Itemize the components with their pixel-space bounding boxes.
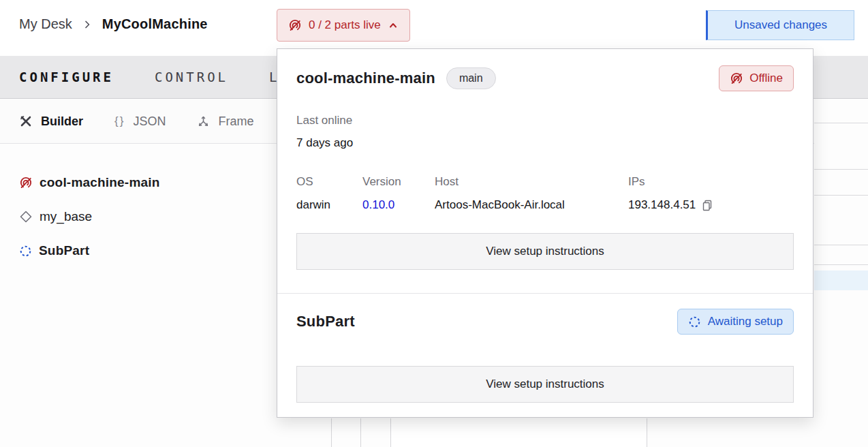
subtab-frame[interactable]: Frame — [197, 114, 253, 129]
offline-icon — [19, 176, 33, 189]
last-online-value: 7 days ago — [296, 135, 794, 151]
offline-status-label: Offline — [749, 72, 783, 85]
machine-page: My Desk MyCoolMachine 0 / 2 parts live U… — [0, 0, 868, 447]
main-part-badge: main — [446, 67, 496, 89]
machine-name-title: MyCoolMachine — [102, 16, 208, 32]
subtab-builder[interactable]: Builder — [19, 114, 83, 129]
bg-card-edge — [390, 418, 391, 447]
part-info-table: OS darwin Version 0.10.0 Host Artoos-Mac… — [296, 174, 794, 213]
offline-icon — [288, 18, 302, 32]
unsaved-changes-label: Unsaved changes — [734, 18, 827, 32]
frame-axes-icon — [197, 115, 210, 128]
parts-status-panel: cool-machine-main main Offline Last onli… — [277, 48, 813, 418]
awaiting-setup-badge: Awaiting setup — [677, 309, 794, 335]
host-column-header: Host — [435, 174, 628, 189]
sidebar-item-label: SubPart — [39, 243, 89, 258]
bg-card-edge — [647, 418, 647, 447]
bg-row-divider — [814, 169, 868, 170]
view-setup-instructions-button[interactable]: View setup instructions — [296, 366, 794, 403]
breadcrumb-parent-link[interactable]: My Desk — [19, 16, 72, 32]
bg-card-edge — [360, 418, 361, 447]
unsaved-changes-button[interactable]: Unsaved changes — [706, 10, 854, 40]
awaiting-setup-label: Awaiting setup — [708, 315, 783, 328]
view-setup-instructions-button[interactable]: View setup instructions — [296, 233, 794, 270]
bg-row-divider — [814, 264, 868, 265]
machine-parts-sidebar: cool-machine-main my_base SubPart — [0, 166, 277, 268]
sidebar-item-component[interactable]: my_base — [0, 200, 277, 234]
awaiting-setup-icon — [19, 245, 32, 258]
component-diamond-icon — [19, 210, 33, 224]
json-braces-icon: {} — [114, 114, 125, 128]
ip-value: 193.148.4.51 — [628, 198, 696, 213]
bg-row-divider — [814, 195, 868, 196]
ips-column-header: IPs — [628, 174, 794, 189]
bg-row-divider — [814, 245, 868, 245]
sidebar-item-sub-part[interactable]: SubPart — [0, 234, 277, 268]
chevron-right-icon — [82, 19, 93, 30]
subtab-json[interactable]: {} JSON — [114, 114, 166, 129]
version-link[interactable]: 0.10.0 — [362, 198, 394, 213]
bg-row-divider — [814, 123, 868, 123]
sidebar-item-label: cool-machine-main — [40, 175, 160, 190]
bg-card — [391, 418, 647, 447]
parts-live-label: 0 / 2 parts live — [309, 18, 381, 32]
chevron-up-icon — [388, 20, 399, 31]
main-part-section: cool-machine-main main Offline Last onli… — [277, 49, 813, 270]
offline-status-badge: Offline — [719, 65, 794, 91]
offline-icon — [730, 72, 743, 85]
subtab-frame-label: Frame — [218, 114, 253, 129]
copy-ip-icon[interactable] — [701, 199, 713, 211]
parts-live-dropdown-button[interactable]: 0 / 2 parts live — [277, 9, 410, 42]
host-value: Artoos-MacBook-Air.local — [435, 198, 628, 213]
sub-part-section: SubPart Awaiting setup View setup instru… — [277, 294, 813, 403]
last-online-label: Last online — [296, 113, 794, 128]
sub-part-name: SubPart — [296, 311, 355, 333]
subtab-builder-label: Builder — [41, 114, 83, 129]
breadcrumb: My Desk MyCoolMachine — [19, 0, 208, 48]
bg-highlighted-row — [814, 271, 868, 290]
top-header: My Desk MyCoolMachine 0 / 2 parts live U… — [0, 0, 868, 56]
sidebar-item-label: my_base — [40, 209, 92, 224]
awaiting-setup-icon — [688, 315, 701, 328]
subtab-json-label: JSON — [133, 114, 166, 129]
bg-card-edge — [331, 418, 332, 447]
os-column-header: OS — [296, 174, 362, 189]
os-value: darwin — [296, 198, 362, 213]
tab-configure[interactable]: CONFIGURE — [19, 70, 114, 84]
sidebar-item-main-part[interactable]: cool-machine-main — [0, 166, 277, 200]
tab-control[interactable]: CONTROL — [155, 70, 228, 84]
version-column-header: Version — [362, 174, 435, 189]
builder-tools-icon — [19, 114, 33, 128]
main-part-name: cool-machine-main — [296, 68, 435, 89]
